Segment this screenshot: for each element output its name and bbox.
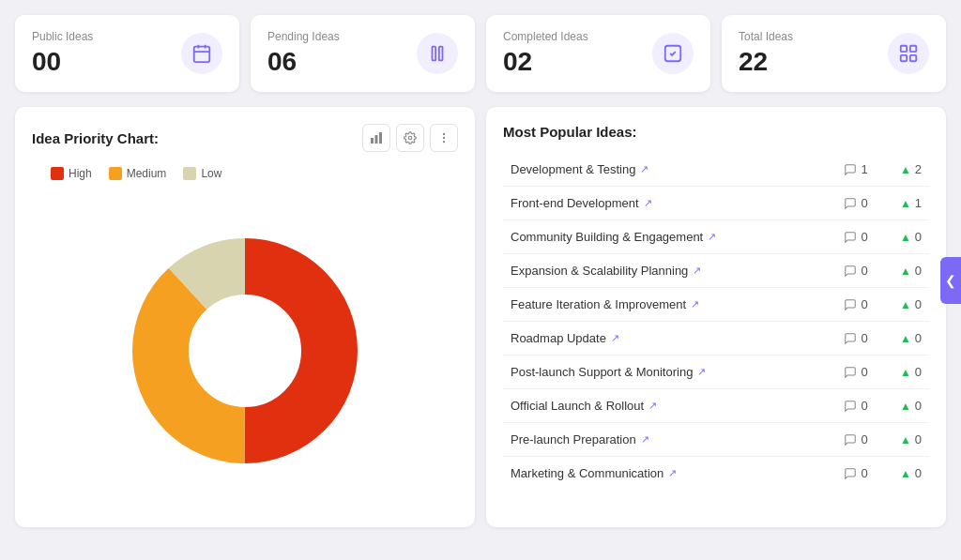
idea-comment-count: 0: [837, 297, 875, 311]
stats-row: Public Ideas 00 Pending Ideas 06 Complet…: [15, 15, 946, 92]
calendar-icon: [191, 43, 212, 64]
stat-card-left-pending: Pending Ideas 06: [267, 30, 340, 77]
svg-point-17: [443, 142, 444, 143]
upvote-arrow-icon: ▲: [900, 231, 911, 244]
idea-vote-count: ▲ 0: [884, 365, 922, 379]
external-link-icon[interactable]: ↗: [708, 231, 716, 243]
legend-label-high: High: [69, 167, 92, 180]
chart-gear-btn[interactable]: [396, 124, 424, 152]
stat-card-total: Total Ideas 22: [722, 15, 946, 92]
stat-card-pending: Pending Ideas 06: [251, 15, 475, 92]
legend-dot-low: [183, 167, 196, 180]
grid-icon: [898, 43, 919, 64]
stat-card-left-public: Public Ideas 00: [32, 30, 93, 77]
upvote-arrow-icon: ▲: [900, 433, 911, 446]
idea-row: Development & Testing ↗ 1 ▲ 2: [503, 153, 929, 187]
legend-item-high: High: [51, 167, 92, 180]
stat-value-total: 22: [739, 47, 793, 77]
svg-point-14: [408, 136, 412, 140]
idea-vote-count: ▲ 0: [884, 331, 922, 345]
idea-row: Marketing & Communication ↗ 0 ▲ 0: [503, 457, 929, 490]
idea-name: Post-launch Support & Monitoring ↗: [511, 365, 828, 379]
chart-panel-header: Idea Priority Chart:: [32, 124, 458, 152]
ideas-panel-title: Most Popular Ideas:: [503, 124, 929, 140]
external-link-icon[interactable]: ↗: [697, 366, 706, 378]
stat-label-public: Public Ideas: [32, 30, 93, 43]
stat-value-pending: 06: [267, 47, 340, 77]
bar-chart-icon: [370, 131, 383, 144]
stat-value-completed: 02: [503, 47, 588, 77]
comment-icon: [844, 197, 857, 210]
svg-rect-4: [433, 47, 436, 61]
idea-row: Official Launch & Rollout ↗ 0 ▲ 0: [503, 389, 929, 423]
side-tab[interactable]: ❮: [940, 257, 961, 304]
stat-icon-wrap-total: [888, 33, 929, 74]
idea-comment-count: 0: [837, 230, 875, 244]
idea-comment-count: 0: [837, 264, 875, 278]
idea-name: Marketing & Communication ↗: [511, 466, 828, 480]
ideas-list: Development & Testing ↗ 1 ▲ 2 Front-end …: [503, 153, 929, 490]
upvote-arrow-icon: ▲: [900, 197, 911, 210]
legend-label-low: Low: [201, 167, 221, 180]
comment-icon: [844, 400, 857, 413]
idea-row: Roadmap Update ↗ 0 ▲ 0: [503, 322, 929, 356]
external-link-icon[interactable]: ↗: [648, 400, 657, 412]
svg-rect-10: [910, 55, 916, 61]
settings-icon: [404, 131, 417, 144]
more-icon: [437, 131, 450, 144]
idea-name: Pre-launch Preparation ↗: [511, 432, 828, 446]
svg-rect-8: [910, 46, 916, 52]
idea-name: Expansion & Scalability Planning ↗: [511, 264, 828, 278]
svg-rect-13: [379, 132, 382, 144]
upvote-arrow-icon: ▲: [900, 298, 911, 311]
comment-icon: [844, 265, 857, 278]
legend-dot-medium: [109, 167, 122, 180]
idea-name: Front-end Development ↗: [511, 196, 828, 210]
idea-comment-count: 0: [837, 331, 875, 345]
idea-row: Feature Iteration & Improvement ↗ 0 ▲ 0: [503, 288, 929, 322]
chart-legend: High Medium Low: [32, 167, 458, 180]
external-link-icon[interactable]: ↗: [641, 433, 649, 446]
idea-vote-count: ▲ 0: [884, 432, 922, 446]
chart-bar-btn[interactable]: [362, 124, 390, 152]
stat-icon-wrap-completed: [652, 33, 694, 74]
idea-row: Post-launch Support & Monitoring ↗ 0 ▲ 0: [503, 356, 929, 389]
ideas-panel: Most Popular Ideas: Development & Testin…: [486, 107, 946, 527]
idea-comment-count: 0: [837, 466, 875, 480]
svg-rect-7: [901, 46, 907, 52]
comment-icon: [844, 366, 857, 379]
external-link-icon[interactable]: ↗: [611, 332, 619, 344]
chart-more-btn[interactable]: [430, 124, 458, 152]
svg-rect-0: [194, 47, 210, 62]
idea-name: Official Launch & Rollout ↗: [511, 399, 828, 413]
comment-icon: [844, 231, 857, 244]
idea-name: Roadmap Update ↗: [511, 331, 828, 345]
idea-row: Front-end Development ↗ 0 ▲ 1: [503, 187, 929, 220]
svg-rect-11: [371, 138, 374, 144]
external-link-icon[interactable]: ↗: [644, 197, 652, 209]
external-link-icon[interactable]: ↗: [668, 467, 677, 479]
external-link-icon[interactable]: ↗: [640, 163, 648, 175]
svg-rect-12: [375, 135, 378, 144]
idea-vote-count: ▲ 0: [884, 466, 922, 480]
stat-value-public: 00: [32, 47, 93, 77]
chart-panel-actions: [362, 124, 458, 152]
idea-vote-count: ▲ 0: [884, 399, 922, 413]
external-link-icon[interactable]: ↗: [693, 265, 701, 277]
stat-card-public: Public Ideas 00: [15, 15, 239, 92]
upvote-arrow-icon: ▲: [900, 400, 911, 413]
upvote-arrow-icon: ▲: [900, 366, 911, 379]
external-link-icon[interactable]: ↗: [691, 298, 699, 310]
idea-comment-count: 1: [837, 162, 875, 176]
legend-item-low: Low: [183, 167, 221, 180]
stat-label-total: Total Ideas: [739, 30, 793, 43]
donut-chart: [104, 210, 386, 492]
idea-vote-count: ▲ 0: [884, 297, 922, 311]
svg-rect-5: [439, 47, 443, 61]
chart-title: Idea Priority Chart:: [32, 130, 159, 146]
donut-chart-container: [32, 191, 458, 510]
idea-vote-count: ▲ 0: [884, 264, 922, 278]
upvote-arrow-icon: ▲: [900, 163, 911, 176]
idea-comment-count: 0: [837, 432, 875, 446]
upvote-arrow-icon: ▲: [900, 265, 911, 278]
